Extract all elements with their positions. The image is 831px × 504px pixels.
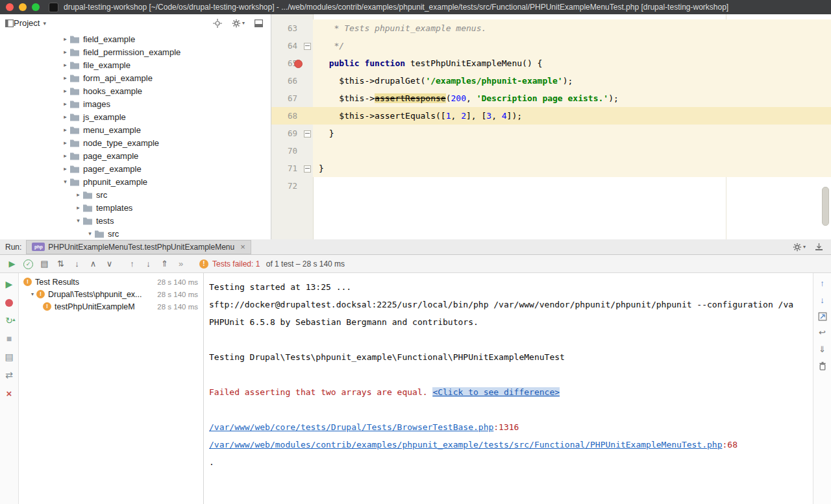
- line-number[interactable]: 72: [271, 177, 313, 195]
- dump-threads-icon[interactable]: ▤: [3, 351, 15, 363]
- chevron-down-icon[interactable]: ▾: [74, 217, 82, 224]
- line-number[interactable]: 66: [271, 72, 313, 90]
- line-number[interactable]: 67: [271, 90, 313, 107]
- tree-item-hooks-example[interactable]: ▸hooks_example: [0, 84, 271, 97]
- gutter-cell[interactable]: 70: [271, 142, 313, 160]
- chevron-right-icon[interactable]: ▸: [61, 36, 69, 42]
- chevron-right-icon[interactable]: ▸: [61, 152, 69, 159]
- gutter-cell[interactable]: 71: [271, 160, 313, 177]
- chevron-right-icon[interactable]: ▸: [61, 139, 69, 146]
- tree-item-field-example[interactable]: ▸field_example: [0, 32, 271, 45]
- restore-layout-icon[interactable]: ⇄: [3, 369, 15, 381]
- sort-alphabetically-icon[interactable]: ⇅: [53, 259, 69, 269]
- tree-item-form-api-example[interactable]: ▸form_api_example: [0, 71, 271, 84]
- chevron-right-icon[interactable]: ▸: [61, 101, 69, 107]
- code-editor[interactable]: 63 * Tests phpunit_example menus. 64 */ …: [271, 14, 831, 239]
- code-line[interactable]: 65 public function testPhpUnitExampleMen…: [271, 54, 831, 72]
- project-settings-gear-icon[interactable]: ▾: [232, 19, 245, 28]
- test-method-row[interactable]: ! testPhpUnitExampleM 28 s 140 ms: [19, 300, 203, 313]
- fold-icon[interactable]: [304, 130, 311, 138]
- soft-wrap-icon[interactable]: ↩: [819, 328, 826, 338]
- close-run-panel-icon[interactable]: ×: [3, 387, 15, 400]
- import-test-results-icon[interactable]: ⇑: [156, 259, 173, 269]
- run-config-tab[interactable]: php PHPUnitExampleMenuTest.testPhpUnitEx…: [26, 240, 251, 254]
- fold-icon[interactable]: [304, 43, 311, 50]
- chevron-right-icon[interactable]: ▸: [74, 204, 82, 211]
- collapse-all-icon[interactable]: ∨: [101, 259, 118, 269]
- tree-item-page-example[interactable]: ▸page_example: [0, 149, 271, 162]
- project-panel-title[interactable]: Project: [14, 18, 40, 28]
- tree-item-js-example[interactable]: ▸js_example: [0, 110, 271, 123]
- locate-file-icon[interactable]: [213, 19, 222, 28]
- chevron-right-icon[interactable]: ▸: [61, 88, 69, 94]
- line-number[interactable]: 70: [271, 142, 313, 160]
- tree-item-node-type-example[interactable]: ▸node_type_example: [0, 136, 271, 149]
- tree-item-src[interactable]: ▸src: [0, 188, 271, 201]
- gutter-cell[interactable]: 72: [271, 177, 313, 195]
- tree-item-menu-example[interactable]: ▸menu_example: [0, 123, 271, 136]
- gutter-cell[interactable]: 66: [271, 72, 313, 90]
- rerun-icon[interactable]: ▶: [4, 259, 20, 269]
- export-test-results-icon[interactable]: [818, 312, 827, 321]
- show-passed-icon[interactable]: ✓: [20, 258, 36, 269]
- up-the-stack-trace-icon[interactable]: ↑: [820, 278, 825, 289]
- chevron-right-icon[interactable]: ▸: [61, 49, 69, 55]
- hide-run-panel-icon[interactable]: [815, 243, 823, 251]
- down-the-stack-trace-icon[interactable]: ↓: [820, 295, 825, 306]
- previous-failed-test-icon[interactable]: ↑: [124, 259, 140, 269]
- line-number[interactable]: 65: [271, 54, 313, 72]
- more-icon[interactable]: »: [173, 259, 189, 269]
- hide-panel-icon[interactable]: [254, 19, 263, 27]
- tree-item-templates[interactable]: ▸templates: [0, 201, 271, 214]
- close-tab-icon[interactable]: ×: [240, 242, 245, 252]
- stack-trace-link[interactable]: /var/www/web/modules/contrib/examples/ph…: [209, 440, 723, 450]
- run-settings-gear-icon[interactable]: ▾: [793, 243, 806, 252]
- test-results-root-row[interactable]: ! Test Results 28 s 140 ms: [19, 276, 203, 288]
- chevron-down-icon[interactable]: ▾: [43, 20, 46, 27]
- line-number[interactable]: 63: [271, 19, 313, 37]
- rerun-test-icon[interactable]: ▶: [3, 278, 15, 291]
- chevron-right-icon[interactable]: ▸: [74, 191, 82, 198]
- tree-item-tests[interactable]: ▾tests: [0, 214, 271, 227]
- gutter-cell[interactable]: 67: [271, 90, 313, 107]
- gutter-cell[interactable]: 65: [271, 54, 313, 72]
- code-line-current[interactable]: 68 $this->assertEquals([1, 2], [3, 4]);: [271, 107, 831, 125]
- chevron-right-icon[interactable]: ▸: [61, 114, 69, 120]
- scroll-to-end-icon[interactable]: ⇓: [819, 344, 826, 355]
- code-line[interactable]: 70: [271, 142, 831, 160]
- stack-trace-link[interactable]: /var/www/web/core/tests/Drupal/Tests/Bro…: [209, 422, 493, 432]
- fold-icon[interactable]: [304, 165, 311, 173]
- see-difference-link[interactable]: <Click to see difference>: [432, 387, 560, 397]
- code-line[interactable]: 67 $this->assertResponse(200, 'Descripti…: [271, 90, 831, 107]
- close-window-button[interactable]: [6, 3, 14, 11]
- next-failed-test-icon[interactable]: ↓: [140, 259, 156, 269]
- chevron-right-icon[interactable]: ▸: [61, 75, 69, 81]
- rerun-failed-tests-icon[interactable]: ↻▲: [3, 315, 15, 327]
- chevron-down-icon[interactable]: ▾: [61, 178, 69, 185]
- code-line[interactable]: 66 $this->drupalGet('/examples/phpunit-e…: [271, 72, 831, 90]
- chevron-right-icon[interactable]: ▸: [61, 62, 69, 68]
- stop-icon[interactable]: ■: [3, 333, 15, 345]
- zoom-window-button[interactable]: [32, 3, 40, 11]
- clear-console-icon[interactable]: [818, 361, 827, 371]
- tree-item-file-example[interactable]: ▸file_example: [0, 58, 271, 71]
- minimize-window-button[interactable]: [19, 3, 27, 11]
- failed-test-marker-icon[interactable]: [294, 60, 303, 68]
- profiler-icon[interactable]: [3, 296, 15, 309]
- tree-item-pager-example[interactable]: ▸pager_example: [0, 162, 271, 175]
- test-class-row[interactable]: ▾ ! Drupal\Tests\phpunit_ex... 28 s 140 …: [19, 288, 203, 300]
- tree-item-phpunit-example[interactable]: ▾phpunit_example: [0, 175, 271, 188]
- code-line[interactable]: 71 }: [271, 160, 831, 177]
- show-ignored-icon[interactable]: ▤: [36, 259, 53, 269]
- gutter-cell[interactable]: 69: [271, 125, 313, 142]
- tree-item-tests-src[interactable]: ▾src: [0, 227, 271, 239]
- line-number[interactable]: 68: [271, 107, 313, 125]
- test-console-output[interactable]: Testing started at 13:25 ... sftp://dock…: [204, 273, 813, 504]
- gutter-cell[interactable]: 68: [271, 107, 313, 125]
- gutter-cell[interactable]: 64: [271, 37, 313, 54]
- editor-scrollbar-thumb[interactable]: [822, 187, 829, 226]
- tree-item-images[interactable]: ▸images: [0, 97, 271, 110]
- chevron-right-icon[interactable]: ▸: [61, 165, 69, 172]
- code-line[interactable]: 64 */: [271, 37, 831, 54]
- code-line[interactable]: 69 }: [271, 125, 831, 142]
